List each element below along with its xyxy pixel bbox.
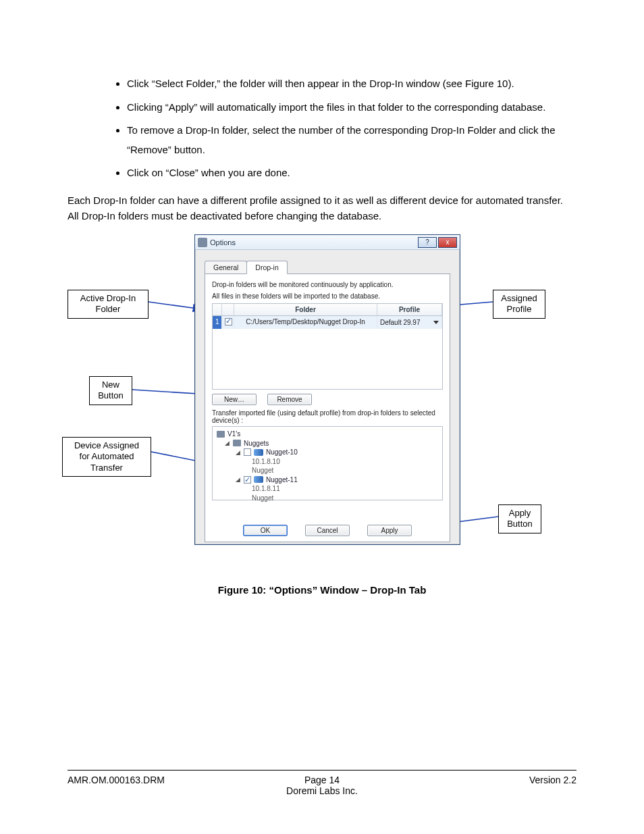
group-icon (233, 440, 241, 446)
device-checkbox[interactable] (244, 448, 251, 456)
footer-version: Version 2.2 (407, 775, 576, 796)
dropin-folder-grid[interactable]: Folder Profile 1 C:/Users/Temp/Desktop/N… (212, 303, 443, 390)
remove-button[interactable]: Remove (267, 394, 312, 405)
row-folder-path: C:/Users/Temp/Desktop/Nugget Drop-In (234, 316, 377, 329)
figure-caption: Figure 10: “Options” Window – Drop-In Ta… (68, 584, 576, 596)
chevron-down-icon (433, 321, 439, 324)
col-folder: Folder (234, 304, 377, 315)
tab-general[interactable]: General (205, 261, 247, 274)
grid-row[interactable]: 1 C:/Users/Temp/Desktop/Nugget Drop-In D… (213, 316, 442, 329)
body-paragraph: Each Drop-In folder can have a different… (68, 192, 576, 224)
tree-device[interactable]: ◢Nugget-11 (217, 475, 438, 485)
grid-header: Folder Profile (213, 304, 442, 316)
grid-button-row: New… Remove (212, 394, 443, 405)
row-active-checkbox[interactable] (222, 316, 234, 329)
tree-device-type: Nugget (217, 494, 438, 503)
expand-icon: ◢ (236, 448, 241, 457)
tab-panel-dropin: Drop-in folders will be monitored contin… (205, 273, 450, 542)
device-checkbox[interactable] (244, 476, 251, 484)
instruction-list: Click “Select Folder,” the folder will t… (68, 74, 576, 183)
expand-icon: ◢ (236, 475, 241, 484)
dialog-body: General Drop-in Drop-in folders will be … (195, 250, 460, 549)
close-button[interactable]: x (438, 237, 457, 248)
footer-doc-id: AMR.OM.000163.DRM (68, 775, 237, 796)
bullet-item: To remove a Drop-In folder, select the n… (127, 121, 576, 159)
row-profile-dropdown[interactable]: Default 29.97 (377, 316, 442, 329)
col-profile: Profile (377, 304, 442, 315)
cancel-button[interactable]: Cancel (305, 525, 350, 536)
new-button[interactable]: New… (212, 394, 257, 405)
tree-root[interactable]: V1's (217, 429, 438, 439)
device-icon (254, 476, 263, 483)
callout-new-button: NewButton (89, 376, 132, 405)
bullet-item: Clicking “Apply” will automatically impo… (127, 98, 576, 118)
footer-center: Page 14 Doremi Labs Inc. (237, 775, 406, 796)
ok-button[interactable]: OK (243, 525, 288, 536)
page-footer: AMR.OM.000163.DRM Page 14 Doremi Labs In… (68, 770, 576, 796)
device-icon (254, 449, 263, 456)
bullet-item: Click “Select Folder,” the folder will t… (127, 74, 576, 94)
callout-apply-button: ApplyButton (498, 504, 541, 533)
server-icon (217, 431, 225, 438)
tree-device-type: Nugget (217, 466, 438, 475)
help-button[interactable]: ? (418, 237, 437, 248)
figure-wrapper: Active Drop-InFolder NewButton Device As… (68, 234, 576, 565)
callout-active-dropin: Active Drop-InFolder (68, 290, 149, 319)
expand-icon: ◢ (225, 439, 230, 447)
tree-device[interactable]: ◢Nugget-10 (217, 448, 438, 457)
options-dialog: Options ? x General Drop-in Drop-in fold… (194, 234, 460, 545)
tab-dropin[interactable]: Drop-in (246, 261, 287, 274)
dialog-button-row: OK Cancel Apply (205, 525, 450, 536)
transfer-label: Transfer imported file (using default pr… (212, 409, 443, 424)
bullet-item: Click on “Close” when you are done. (127, 163, 576, 183)
app-icon (198, 238, 207, 247)
dialog-title: Options (210, 238, 236, 246)
footer-company: Doremi Labs Inc. (237, 785, 406, 796)
apply-button[interactable]: Apply (367, 525, 412, 536)
tree-device-ip: 10.1.8.11 (217, 484, 438, 494)
document-page: Click “Select Folder,” the folder will t… (0, 0, 644, 834)
device-tree[interactable]: V1's ◢Nuggets ◢Nugget-10 10.1.8.10 Nugge… (212, 426, 443, 500)
callout-assigned-profile: AssignedProfile (493, 290, 545, 319)
tab-strip: General Drop-in (205, 261, 450, 274)
tree-group[interactable]: ◢Nuggets (217, 439, 438, 448)
row-number[interactable]: 1 (213, 316, 222, 329)
footer-page: Page 14 (237, 775, 406, 785)
hint-text: Drop-in folders will be monitored contin… (212, 281, 443, 290)
tree-device-ip: 10.1.8.10 (217, 457, 438, 467)
callout-device-assigned: Device Assignedfor AutomatedTransfer (62, 437, 151, 477)
hint-text: All files in these folders will be impor… (212, 292, 443, 301)
row-profile-value: Default 29.97 (380, 319, 421, 326)
dialog-titlebar[interactable]: Options ? x (195, 235, 460, 250)
